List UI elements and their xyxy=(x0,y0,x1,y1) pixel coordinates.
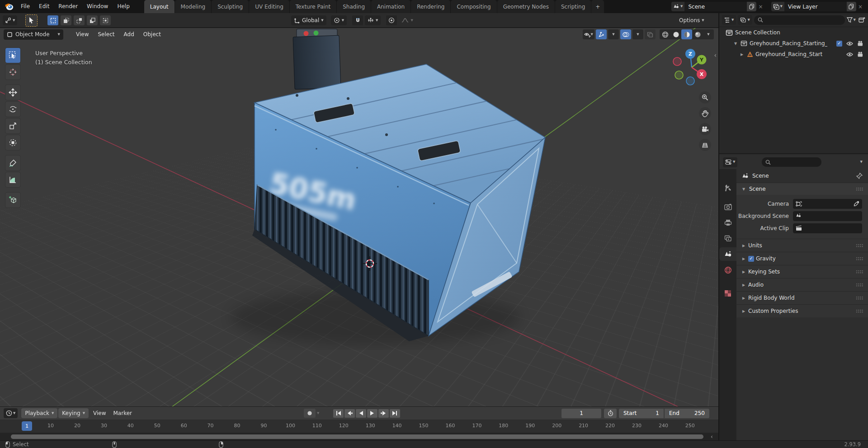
camera-field[interactable] xyxy=(793,199,862,209)
next-keyframe-button[interactable] xyxy=(378,409,389,418)
tab-output[interactable] xyxy=(719,216,736,229)
shading-material-preview-button[interactable] xyxy=(681,29,692,39)
panel-grip[interactable] xyxy=(856,296,863,300)
select-mode-subtract-button[interactable] xyxy=(74,15,85,25)
timeline-menu-playback[interactable]: Playback▼ xyxy=(21,408,57,418)
menu-help[interactable]: Help xyxy=(113,0,134,13)
new-collection-button[interactable] xyxy=(859,17,865,23)
tab-scripting[interactable]: Scripting xyxy=(555,0,591,13)
play-reverse-button[interactable] xyxy=(356,409,366,418)
tab-view-layer[interactable] xyxy=(719,231,736,245)
active-tool-tweak-button[interactable] xyxy=(25,14,38,27)
play-button[interactable] xyxy=(367,409,377,418)
add-workspace-tab[interactable]: + xyxy=(591,0,604,13)
overlays-dropdown[interactable]: ▼ xyxy=(632,29,643,39)
pin-icon[interactable] xyxy=(856,173,863,179)
outliner-display-mode-button[interactable]: ▼ xyxy=(738,15,752,25)
tool-rotate-button[interactable] xyxy=(5,102,20,117)
menu-window[interactable]: Window xyxy=(82,0,113,13)
tab-compositing[interactable]: Compositing xyxy=(451,0,496,13)
previous-keyframe-button[interactable] xyxy=(344,409,355,418)
tool-scale-button[interactable] xyxy=(5,118,20,133)
select-mode-invert-button[interactable] xyxy=(87,15,98,25)
scene-copy-button[interactable] xyxy=(747,2,756,11)
panel-rigid-body-world[interactable]: ▶Rigid Body World xyxy=(736,291,868,304)
gizmo-dropdown[interactable]: ▼ xyxy=(608,29,619,39)
menu-edit[interactable]: Edit xyxy=(34,0,54,13)
active-clip-field[interactable] xyxy=(793,223,862,233)
menu-render[interactable]: Render xyxy=(54,0,82,13)
panel-grip[interactable] xyxy=(856,244,863,248)
zoom-button[interactable] xyxy=(699,91,711,104)
tab-tool[interactable] xyxy=(719,181,736,194)
tool-add-cube-button[interactable] xyxy=(5,193,20,207)
viewport-menu-add[interactable]: Add xyxy=(119,31,139,38)
select-mode-extend-button[interactable] xyxy=(61,15,71,25)
expand-arrow-icon[interactable]: ▼ xyxy=(733,42,738,46)
frame-start-field[interactable]: Start 1 xyxy=(619,409,664,418)
tool-annotate-button[interactable] xyxy=(5,156,20,170)
outliner-editor-type-button[interactable]: ▼ xyxy=(722,15,736,25)
tab-uv-editing[interactable]: UV Editing xyxy=(249,0,289,13)
tool-move-button[interactable] xyxy=(5,85,20,100)
panel-units[interactable]: ▶Units xyxy=(736,239,868,252)
pan-button[interactable] xyxy=(699,107,711,119)
gravity-checkbox[interactable]: ✓ xyxy=(748,256,754,262)
panel-audio[interactable]: ▶Audio xyxy=(736,278,868,291)
eyedropper-icon[interactable] xyxy=(854,201,859,207)
tab-geometry-nodes[interactable]: Geometry Nodes xyxy=(497,0,555,13)
scene-name-field[interactable]: Scene xyxy=(684,2,747,11)
hide-eye-icon[interactable] xyxy=(846,41,853,46)
gizmo-minus-y-axis[interactable] xyxy=(675,71,683,79)
timeline-menu-marker[interactable]: Marker xyxy=(110,408,136,418)
current-frame-field[interactable]: 1 xyxy=(561,409,601,418)
viewport-3d[interactable]: 505m Object Mode ▼ xyxy=(0,28,718,406)
tab-scene[interactable] xyxy=(719,247,736,261)
panel-grip[interactable] xyxy=(856,309,863,313)
shading-solid-button[interactable] xyxy=(670,29,681,39)
tab-rendering[interactable]: Rendering xyxy=(411,0,450,13)
xray-toggle[interactable] xyxy=(645,29,656,39)
timeline-ruler[interactable]: 1020304050607080901001101201301401501601… xyxy=(0,420,718,433)
sidebar-collapse-arrow[interactable]: ‹ xyxy=(714,52,717,59)
properties-options-dropdown[interactable]: ▼ xyxy=(860,160,864,164)
auto-keyframe-toggle[interactable] xyxy=(304,409,316,418)
tab-texture-paint[interactable]: Texture Paint xyxy=(290,0,336,13)
camera-view-button[interactable] xyxy=(699,123,711,135)
properties-search-input[interactable] xyxy=(762,157,821,167)
tab-texture[interactable] xyxy=(719,287,736,300)
disable-render-camera-icon[interactable] xyxy=(857,41,863,46)
outliner-row-object[interactable]: ▶ Greyhound_Racing_Start xyxy=(719,49,868,60)
tab-sculpting[interactable]: Sculpting xyxy=(212,0,249,13)
tab-modeling[interactable]: Modeling xyxy=(175,0,212,13)
panel-grip[interactable] xyxy=(856,283,863,287)
tab-shading[interactable]: Shading xyxy=(337,0,371,13)
tab-world[interactable] xyxy=(719,263,736,277)
pivot-point-dropdown[interactable]: ▼ xyxy=(331,15,347,25)
snap-toggle-button[interactable] xyxy=(352,15,363,25)
disable-render-camera-icon[interactable] xyxy=(857,52,863,57)
frame-end-field[interactable]: End 250 xyxy=(665,409,709,418)
viewport-menu-object[interactable]: Object xyxy=(139,31,165,38)
mode-dropdown[interactable]: Object Mode ▼ xyxy=(4,29,63,40)
object-visibility-dropdown[interactable]: ▼ xyxy=(583,29,594,39)
jump-to-start-button[interactable] xyxy=(333,409,344,418)
select-mode-set-button[interactable] xyxy=(47,15,58,25)
tab-layout[interactable]: Layout xyxy=(144,0,175,13)
properties-editor-type-button[interactable]: ▼ xyxy=(723,157,737,167)
outliner-filter-button[interactable]: ▼ xyxy=(847,17,856,23)
shading-dropdown[interactable]: ▼ xyxy=(703,29,714,39)
viewport-menu-view[interactable]: View xyxy=(71,31,93,38)
panel-grip[interactable] xyxy=(856,270,863,274)
collection-checkbox[interactable]: ✓ xyxy=(836,41,842,47)
panel-keying-sets[interactable]: ▶Keying Sets xyxy=(736,265,868,278)
view-layer-browse-button[interactable]: ▼ xyxy=(771,2,784,11)
options-dropdown[interactable]: Options ▼ xyxy=(676,17,707,24)
view-layer-remove-button[interactable]: × xyxy=(856,4,864,10)
background-scene-field[interactable] xyxy=(793,211,862,221)
shading-rendered-button[interactable] xyxy=(692,29,703,39)
use-preview-range-button[interactable] xyxy=(604,409,617,418)
show-overlays-toggle[interactable] xyxy=(620,29,631,39)
scene-unlink-button[interactable]: × xyxy=(756,4,764,10)
proportional-editing-button[interactable] xyxy=(386,15,397,25)
